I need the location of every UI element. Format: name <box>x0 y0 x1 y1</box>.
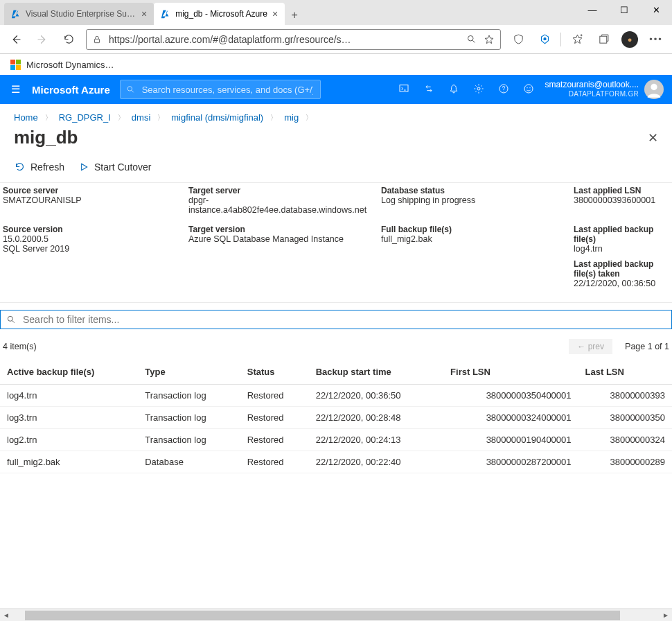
table-row[interactable]: log2.trnTransaction logRestored22/12/202… <box>0 429 672 451</box>
svg-point-2 <box>543 37 546 40</box>
extension-badge-icon[interactable] <box>531 26 558 53</box>
close-icon[interactable]: × <box>141 8 147 19</box>
cell-file: full_mig2.bak <box>0 451 138 473</box>
search-icon <box>126 85 135 94</box>
chevron-right-icon: 〉 <box>45 113 52 123</box>
refresh-button[interactable] <box>55 26 82 53</box>
close-icon[interactable]: × <box>272 8 278 19</box>
breadcrumb-link[interactable]: mig <box>284 112 299 123</box>
cell-start: 22/12/2020, 00:36:50 <box>309 385 443 407</box>
svg-point-6 <box>477 87 480 90</box>
browser-tab-1[interactable]: Visual Studio Enterprise Subscription × <box>4 3 154 25</box>
breadcrumb-link[interactable]: migfinal (dmsi/migfinal) <box>171 112 263 123</box>
address-bar[interactable]: https://portal.azure.com/#@dataplatform.… <box>86 29 501 50</box>
svg-point-4 <box>127 87 132 91</box>
more-menu-button[interactable]: ••• <box>643 26 669 53</box>
help-icon[interactable] <box>497 83 510 96</box>
col-start[interactable]: Backup start time <box>309 360 443 385</box>
essentials-panel: Source server SMATZOURANISLP Target serv… <box>0 182 672 303</box>
bookmarks-bar: Microsoft Dynamics… <box>0 54 672 75</box>
bookmark-item[interactable]: Microsoft Dynamics… <box>26 60 114 70</box>
source-server-value: SMATZOURANISLP <box>3 195 177 205</box>
col-type[interactable]: Type <box>138 360 240 385</box>
cell-last-lsn: 38000000289 <box>578 451 672 473</box>
account-menu[interactable]: smatzouranis@outlook.... DATAPLATFORM.GR <box>545 80 664 99</box>
azure-header: ☰ Microsoft Azure smatzouranis@outlook..… <box>0 75 672 104</box>
cell-first-lsn: 38000000324000001 <box>443 407 578 429</box>
new-tab-button[interactable]: + <box>285 6 304 25</box>
cell-status: Restored <box>240 385 309 407</box>
source-version-value-2: SQL Server 2019 <box>3 244 177 254</box>
table-row[interactable]: log4.trnTransaction logRestored22/12/202… <box>0 385 672 407</box>
close-blade-button[interactable]: ✕ <box>648 130 658 146</box>
target-server-value: dpgr-instance.a4ab802fe4ee.database.wind… <box>188 195 370 215</box>
target-version-value: Azure SQL Database Managed Instance <box>188 234 370 244</box>
backup-files-table: Active backup file(s) Type Status Backup… <box>0 360 672 473</box>
window-close-button[interactable]: ✕ <box>640 0 672 19</box>
scrollbar-thumb[interactable] <box>25 611 620 620</box>
item-count: 4 item(s) <box>3 342 37 351</box>
cell-first-lsn: 38000000190400001 <box>443 429 578 451</box>
cell-last-lsn: 38000000393 <box>578 385 672 407</box>
feedback-icon[interactable] <box>522 83 535 96</box>
breadcrumb: Home〉 RG_DPGR_I〉 dmsi〉 migfinal (dmsi/mi… <box>0 104 672 127</box>
browser-titlebar: Visual Studio Enterprise Subscription × … <box>0 0 672 25</box>
cell-type: Transaction log <box>138 385 240 407</box>
window-maximize-button[interactable]: ☐ <box>608 0 640 19</box>
favorites-star-icon[interactable] <box>564 26 590 53</box>
directory-switcher-icon[interactable] <box>423 83 435 96</box>
azure-brand[interactable]: Microsoft Azure <box>32 84 110 96</box>
cell-last-lsn: 38000000324 <box>578 429 672 451</box>
scroll-left-arrow-icon[interactable]: ◄ <box>0 611 12 619</box>
hamburger-menu[interactable]: ☰ <box>8 83 22 96</box>
collections-icon[interactable] <box>590 26 617 53</box>
notifications-icon[interactable] <box>448 83 460 96</box>
window-minimize-button[interactable]: — <box>576 0 608 19</box>
col-file[interactable]: Active backup file(s) <box>0 360 138 385</box>
start-cutover-label: Start Cutover <box>94 161 151 173</box>
azure-search-box[interactable] <box>120 80 321 99</box>
favorite-icon[interactable] <box>484 34 495 45</box>
svg-rect-5 <box>400 85 408 91</box>
azure-search-input[interactable] <box>141 84 315 96</box>
filter-box[interactable] <box>0 310 672 329</box>
breadcrumb-link[interactable]: RG_DPGR_I <box>59 112 111 123</box>
scroll-right-arrow-icon[interactable]: ► <box>660 611 672 619</box>
start-cutover-button[interactable]: Start Cutover <box>78 161 151 173</box>
refresh-label: Refresh <box>30 161 64 173</box>
table-row[interactable]: log3.trnTransaction logRestored22/12/202… <box>0 407 672 429</box>
forward-button[interactable] <box>29 26 55 53</box>
cell-status: Restored <box>240 407 309 429</box>
breadcrumb-link[interactable]: dmsi <box>132 112 150 123</box>
horizontal-scrollbar[interactable]: ◄ ► <box>0 609 672 621</box>
command-bar: Refresh Start Cutover <box>0 157 672 182</box>
cell-status: Restored <box>240 429 309 451</box>
settings-gear-icon[interactable] <box>472 83 485 96</box>
refresh-icon <box>63 33 75 45</box>
profile-avatar[interactable]: ● <box>617 26 643 53</box>
table-row[interactable]: full_mig2.bakDatabaseRestored22/12/2020,… <box>0 451 672 473</box>
browser-tab-2[interactable]: mig_db - Microsoft Azure × <box>154 3 285 25</box>
refresh-button[interactable]: Refresh <box>14 161 64 173</box>
cloud-shell-icon[interactable] <box>398 83 410 96</box>
db-status-value: Log shipping in progress <box>381 195 563 205</box>
col-status[interactable]: Status <box>240 360 309 385</box>
search-icon <box>6 315 16 324</box>
back-button[interactable] <box>3 26 29 53</box>
last-lsn-value: 38000000393600001 <box>574 195 669 205</box>
breadcrumb-link[interactable]: Home <box>14 112 38 123</box>
cell-first-lsn: 38000000287200001 <box>443 451 578 473</box>
forward-arrow-icon <box>36 33 48 46</box>
account-avatar-icon <box>644 80 664 99</box>
account-tenant: DATAPLATFORM.GR <box>545 89 639 99</box>
cell-start: 22/12/2020, 00:28:48 <box>309 407 443 429</box>
list-toolbar: 4 item(s) ← prev Page 1 of 1 <box>0 333 672 360</box>
prev-page-button[interactable]: ← prev <box>569 339 612 354</box>
svg-rect-0 <box>95 39 100 42</box>
col-first-lsn[interactable]: First LSN <box>443 360 578 385</box>
source-version-label: Source version <box>3 225 177 234</box>
search-icon[interactable] <box>466 34 477 44</box>
extension-shield-icon[interactable] <box>505 26 531 53</box>
filter-input[interactable] <box>21 313 666 326</box>
col-last-lsn[interactable]: Last LSN <box>578 360 672 385</box>
